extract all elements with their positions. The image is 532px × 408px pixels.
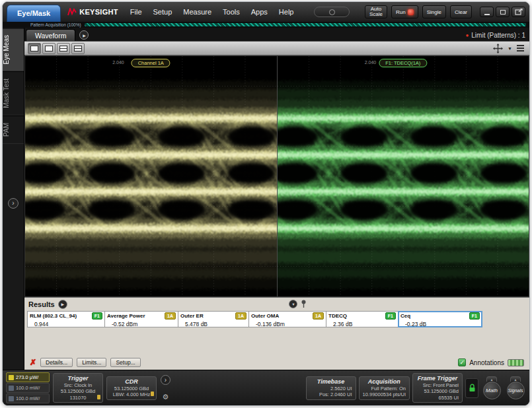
- acquisition-progress-bar: [85, 23, 526, 26]
- signals-up-button[interactable]: ▲: [510, 376, 521, 382]
- pane-scale-readout-right: 2.040: [365, 60, 377, 65]
- timebase-position: Pos: 2.0460 UI: [310, 391, 352, 398]
- annotations-checkbox[interactable]: ✓: [458, 358, 466, 366]
- measurement-name: Ceq: [400, 313, 410, 319]
- timebase-panel[interactable]: Timebase 2.5620 UI Pos: 2.0460 UI: [306, 376, 356, 400]
- frame-trigger-rate: 53.125000 GBd: [416, 388, 459, 395]
- source-badge: 1A: [165, 312, 176, 320]
- menu-measure[interactable]: Measure: [178, 6, 217, 18]
- toolbar-dropdown-button[interactable]: ▼: [508, 46, 512, 51]
- layout-split-horizontal-icon: [59, 46, 67, 51]
- trigger-count: 131070: [57, 395, 99, 401]
- layout-quad-button[interactable]: [71, 43, 85, 54]
- cdr-panel[interactable]: CDR 53.125000 GBd LBW: 4.000 MHz: [106, 376, 157, 400]
- frame-trigger-length: 65535 UI: [416, 395, 459, 401]
- measurement-value: -0.136 dBm: [251, 320, 324, 327]
- layout-single-icon: [30, 46, 38, 51]
- channel-scale-stack: 273.0 µW/ 100.0 mW/ 100.0 mW/: [6, 372, 50, 403]
- touch-screen-button[interactable]: [314, 7, 350, 17]
- measurement-cell-outer-oma[interactable]: Outer OMA1A -0.136 dBm: [248, 311, 326, 327]
- trigger-panel-title: Trigger: [57, 374, 99, 382]
- clear-button[interactable]: Clear: [450, 5, 472, 18]
- math-up-button[interactable]: ▲: [486, 376, 498, 382]
- signals-button[interactable]: Signals: [507, 382, 525, 399]
- pane-label-tdecq-f1[interactable]: F1: TDECQ(1A): [379, 59, 427, 67]
- channel-scale-2[interactable]: 100.0 mW/: [6, 383, 50, 393]
- statusbar-expand-button[interactable]: ›: [161, 375, 171, 385]
- layout-quad-icon: [74, 46, 82, 51]
- setup-button[interactable]: Setup...: [110, 358, 140, 367]
- source-badge: F1: [385, 312, 396, 320]
- run-label: Run: [396, 9, 406, 15]
- acquisition-resolution: 10.99000534 pts/UI: [363, 391, 406, 398]
- sidebar-tab-pam[interactable]: PAM: [3, 116, 24, 144]
- measurement-cell-ceq[interactable]: CeqF1 -0.23 dB: [398, 311, 482, 327]
- menu-tools[interactable]: Tools: [217, 6, 245, 18]
- results-header: Results ▶ ▼: [24, 298, 529, 310]
- measurement-cell-tdecq[interactable]: TDECQF1 2.36 dB: [326, 311, 399, 327]
- frame-trigger-panel[interactable]: Frame Trigger Src: Front Panel 53.125000…: [412, 373, 463, 403]
- sidebar-tab-mask-test[interactable]: Mask Test: [3, 71, 24, 116]
- channel-scale-3[interactable]: 100.0 mW/: [6, 393, 50, 403]
- single-button[interactable]: Single: [422, 5, 446, 18]
- results-play-button[interactable]: ▶: [58, 300, 67, 309]
- run-status-light: [408, 9, 414, 15]
- display-toolbar: ▼: [24, 41, 529, 55]
- limits-button[interactable]: Limits...: [77, 358, 106, 367]
- keysight-brand: KEYSIGHT: [67, 8, 118, 16]
- acquisition-panel[interactable]: Acquisition Full Pattern: On 10.99000534…: [359, 376, 410, 400]
- menu-apps[interactable]: Apps: [246, 6, 273, 18]
- cdr-loop-bandwidth: LBW: 4.000 MHz: [110, 391, 153, 398]
- trigger-panel[interactable]: Trigger Src: Clock In 53.125000 GBd 1310…: [53, 373, 103, 403]
- maximize-button[interactable]: [496, 7, 510, 17]
- channel-1a-color-icon: [9, 375, 14, 380]
- waveform-tab-play-button[interactable]: ▶: [79, 30, 89, 40]
- acquisition-pattern-mode: Full Pattern: On: [363, 386, 406, 392]
- details-button[interactable]: Details...: [40, 358, 73, 367]
- measurement-value: 0.944: [30, 320, 102, 327]
- waveform-display-area: 2.040 Channel 1A 2.040 F1: TDECQ(1A): [24, 55, 529, 297]
- measurement-cell-outer-er[interactable]: Outer ER1A 5.478 dB: [178, 311, 249, 327]
- cdr-settings-gear-icon[interactable]: ⚙: [163, 393, 169, 401]
- sidebar-tab-eye-meas[interactable]: Eye Meas: [3, 28, 24, 71]
- measurement-value: -0.23 dB: [400, 320, 480, 327]
- timebase-panel-title: Timebase: [310, 378, 352, 386]
- measurement-cell-average-power[interactable]: Average Power1A -0.52 dBm: [104, 311, 178, 327]
- acquisition-panel-title: Acquisition: [363, 378, 406, 386]
- sidebar-expand-button[interactable]: ›: [8, 198, 19, 209]
- waveform-pane-tdecq-f1[interactable]: 2.040 F1: TDECQ(1A): [277, 56, 529, 296]
- source-badge: 1A: [235, 312, 247, 320]
- measurement-name: Outer ER: [180, 313, 204, 319]
- waveform-pane-channel-1a[interactable]: 2.040 Channel 1A: [25, 56, 277, 296]
- waveform-tab[interactable]: Waveform: [26, 29, 75, 41]
- pattern-lock-indicator: [465, 378, 478, 398]
- measurement-cell-rlm[interactable]: RLM (802.3 CL_94)F1 0.944: [27, 311, 105, 327]
- layout-split-vertical-button[interactable]: [42, 43, 56, 54]
- menu-file[interactable]: File: [125, 6, 147, 18]
- limit-status-icon: ●: [465, 33, 469, 38]
- pattern-lock-icon: [469, 384, 476, 392]
- auto-scale-button[interactable]: Auto Scale: [365, 5, 387, 18]
- menu-help[interactable]: Help: [274, 6, 299, 18]
- center-crosshair-button[interactable]: [493, 44, 503, 53]
- menu-setup[interactable]: Setup: [148, 6, 178, 18]
- math-button[interactable]: Math: [483, 382, 501, 399]
- layout-single-button[interactable]: [28, 43, 41, 54]
- toolbar-menu-button[interactable]: [517, 45, 524, 51]
- minimize-button[interactable]: [480, 7, 494, 17]
- eye-diagram-channel-1a: [25, 56, 277, 296]
- pane-label-channel-1a[interactable]: Channel 1A: [132, 59, 171, 67]
- results-pin-button[interactable]: [301, 300, 307, 308]
- cdr-panel-title: CDR: [110, 378, 153, 386]
- cdr-lock-icon: [151, 391, 154, 396]
- window-mode-button[interactable]: [512, 7, 525, 17]
- run-button[interactable]: Run: [391, 5, 418, 18]
- measurement-value: -0.52 dBm: [107, 320, 176, 327]
- results-panel: Results ▶ ▼ RLM (802.3 CL_94)F1 0.944 Av…: [24, 297, 529, 370]
- eye-mask-mode-tab[interactable]: Eye/Mask: [7, 5, 61, 22]
- source-badge: F1: [92, 312, 102, 320]
- minimize-icon: [484, 14, 490, 15]
- channel-scale-1a[interactable]: 273.0 µW/: [6, 372, 50, 382]
- layout-split-horizontal-button[interactable]: [57, 43, 70, 54]
- results-collapse-button[interactable]: ▼: [289, 300, 297, 308]
